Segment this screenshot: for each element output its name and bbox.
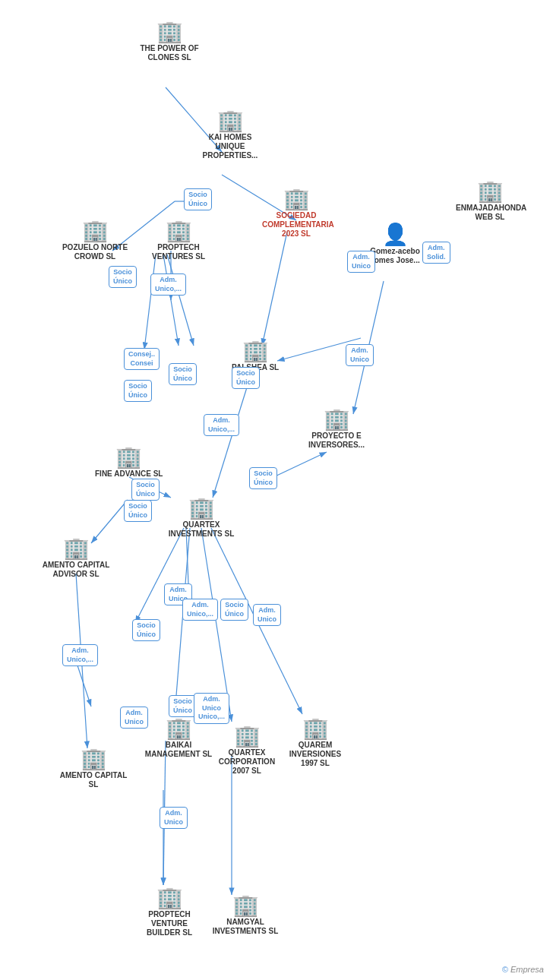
badge-socio-unico-fine2[interactable]: SocioÚnico xyxy=(131,479,160,501)
building-icon-proptech-builder: 🏢 xyxy=(156,887,183,909)
node-enmajadahonda[interactable]: 🏢 ENMAJADAHONDA WEB SL xyxy=(456,181,524,222)
node-amento-capital[interactable]: 🏢 AMENTO CAPITAL SL xyxy=(59,748,128,789)
label-proyecto-inv: PROYECTO E INVERSORES... xyxy=(302,432,371,450)
building-icon-quartex-corp: 🏢 xyxy=(234,726,261,747)
node-proptech-builder[interactable]: 🏢 PROPTECH VENTURE BUILDER SL xyxy=(135,887,204,937)
building-icon-amento-advisor: 🏢 xyxy=(63,538,90,559)
label-proptech-ventures: PROPTECH VENTURES SL xyxy=(144,243,213,261)
badge-consej[interactable]: Consej..Consei xyxy=(124,348,160,370)
node-fine-advance[interactable]: 🏢 FINE ADVANCE SL xyxy=(95,447,163,479)
badge-adm-unico-q2[interactable]: Adm.Unico,... xyxy=(182,599,218,621)
label-sociedad-comp: SOCIEDAD COMPLEMENTARIA 2023 SL xyxy=(262,211,330,239)
building-icon-enmajadahonda: 🏢 xyxy=(477,181,504,202)
svg-line-24 xyxy=(76,661,91,707)
label-enmajadahonda: ENMAJADAHONDA WEB SL xyxy=(456,204,524,222)
footer-brand: Empresa xyxy=(510,965,544,974)
badge-socio-unico-q2[interactable]: SocioÚnico xyxy=(220,599,248,621)
node-quarem[interactable]: 🏢 QUAREM INVERSIONES 1997 SL xyxy=(281,718,349,768)
badge-adm-unico-proyecto[interactable]: Adm.Unico xyxy=(346,344,374,366)
node-proptech-ventures[interactable]: 🏢 PROPTECH VENTURES SL xyxy=(144,220,213,261)
person-icon-gomez: 👤 xyxy=(382,224,409,245)
badge-socio-unico-baikai[interactable]: SocioÚnico xyxy=(169,695,197,717)
badge-adm-unico-gomez[interactable]: Adm.Unico xyxy=(347,251,375,273)
badge-socio-unico-1[interactable]: SocioÚnico xyxy=(184,188,212,210)
graph-container: 🏢 THE POWER OF CLONES SL 🏢 KAI HOMES UNI… xyxy=(0,0,553,957)
node-pozuelo[interactable]: 🏢 POZUELO NORTE CROWD SL xyxy=(61,220,129,261)
label-pozuelo: POZUELO NORTE CROWD SL xyxy=(61,243,129,261)
node-amento-capital-advisor[interactable]: 🏢 AMENTO CAPITAL ADVISOR SL xyxy=(42,538,110,579)
building-icon-pozuelo: 🏢 xyxy=(82,220,109,242)
svg-line-19 xyxy=(135,528,184,623)
node-proyecto-inv[interactable]: 🏢 PROYECTO E INVERSORES... xyxy=(302,409,371,450)
node-namgyal[interactable]: 🏢 NAMGYAL INVESTMENTS SL xyxy=(211,895,280,936)
node-power-clones[interactable]: 🏢 THE POWER OF CLONES SL xyxy=(135,21,204,62)
building-icon-baikai: 🏢 xyxy=(166,718,192,739)
label-kai-homes: KAI HOMES UNIQUE PROPERTIES... xyxy=(196,133,264,160)
label-quartex-corp: QUARTEX CORPORATION 2007 SL xyxy=(213,748,281,776)
label-quarem: QUAREM INVERSIONES 1997 SL xyxy=(281,741,349,768)
svg-line-9 xyxy=(213,387,247,498)
building-icon-quartex-inv: 🏢 xyxy=(188,498,215,519)
svg-line-8 xyxy=(262,232,287,346)
badge-adm-unico-mid[interactable]: Adm.Unico,... xyxy=(204,414,239,436)
svg-line-10 xyxy=(273,452,327,477)
footer-copyright: © xyxy=(502,965,508,974)
building-icon-power-clones: 🏢 xyxy=(156,21,183,43)
label-proptech-builder: PROPTECH VENTURE BUILDER SL xyxy=(135,910,204,937)
svg-line-21 xyxy=(144,254,156,349)
badge-adm-unico-lower[interactable]: Adm.Unico xyxy=(160,807,188,829)
svg-line-13 xyxy=(175,528,190,714)
badge-socio-unico-q[interactable]: SocioÚnico xyxy=(132,619,160,641)
badge-socio-unico-fine3[interactable]: SocioÚnico xyxy=(124,500,152,522)
node-quartex-corp[interactable]: 🏢 QUARTEX CORPORATION 2007 SL xyxy=(213,726,281,776)
building-icon-amento-capital: 🏢 xyxy=(81,748,107,770)
building-icon-quarem: 🏢 xyxy=(302,718,329,739)
badge-socio-unico-proyecto[interactable]: SocioÚnico xyxy=(249,467,277,489)
badge-adm-unico-amento[interactable]: Adm.Unico,... xyxy=(62,644,98,666)
badge-adm-unico-proptech[interactable]: Adm.Unico,... xyxy=(150,273,186,296)
badge-adm-solid[interactable]: Adm.Solid. xyxy=(422,242,450,264)
node-quartex-inv[interactable]: 🏢 QUARTEX INVESTMENTS SL xyxy=(167,498,235,539)
building-icon-sociedad: 🏢 xyxy=(283,188,310,210)
badge-adm-unico-right[interactable]: Adm.Unico xyxy=(253,604,281,626)
node-sociedad-comp[interactable]: 🏢 SOCIEDAD COMPLEMENTARIA 2023 SL xyxy=(262,188,330,239)
svg-line-22 xyxy=(163,254,179,346)
svg-line-12 xyxy=(91,500,128,543)
node-baikai[interactable]: 🏢 BAIKAI MANAGEMENT SL xyxy=(144,718,213,759)
label-amento-advisor: AMENTO CAPITAL ADVISOR SL xyxy=(42,561,110,579)
label-power-clones: THE POWER OF CLONES SL xyxy=(135,44,204,62)
label-quartex-inv: QUARTEX INVESTMENTS SL xyxy=(167,520,235,539)
building-icon-palshea: 🏢 xyxy=(242,340,269,362)
label-baikai: BAIKAI MANAGEMENT SL xyxy=(144,741,213,759)
svg-line-23 xyxy=(167,254,194,346)
badge-socio-unico-palshea[interactable]: SocioÚnico xyxy=(232,367,260,389)
building-icon-namgyal: 🏢 xyxy=(232,895,259,916)
badge-socio-unico-fine1[interactable]: SocioÚnico xyxy=(124,380,152,402)
badge-socio-unico-prop[interactable]: SocioÚnico xyxy=(169,363,197,385)
building-icon-kai-homes: 🏢 xyxy=(217,110,244,131)
building-icon-fine-advance: 🏢 xyxy=(115,447,142,468)
label-namgyal: NAMGYAL INVESTMENTS SL xyxy=(211,918,280,936)
building-icon-proyecto: 🏢 xyxy=(324,409,350,430)
building-icon-proptech-ventures: 🏢 xyxy=(166,220,192,242)
footer: © Empresa xyxy=(502,965,544,974)
label-fine-advance: FINE ADVANCE SL xyxy=(95,469,163,479)
node-kai-homes[interactable]: 🏢 KAI HOMES UNIQUE PROPERTIES... xyxy=(196,110,264,160)
badge-socio-unico-pozuelo[interactable]: SocioÚnico xyxy=(109,266,137,288)
label-amento-capital: AMENTO CAPITAL SL xyxy=(59,771,128,789)
